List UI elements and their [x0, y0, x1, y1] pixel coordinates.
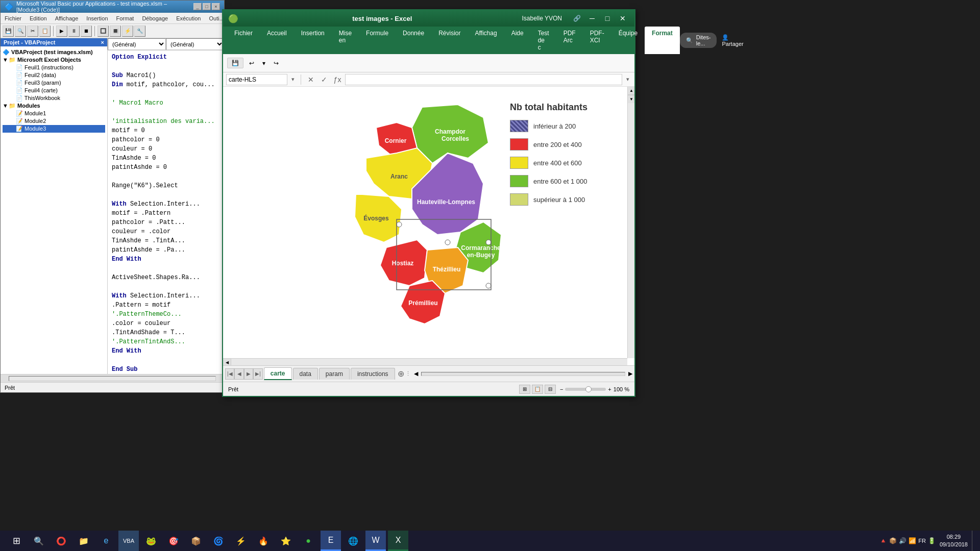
taskbar-icon-app8[interactable]: ●: [298, 531, 318, 551]
taskbar-dropbox-icon[interactable]: 📦: [889, 537, 897, 544]
zoom-thumb[interactable]: [585, 386, 592, 392]
vscroll-up-btn[interactable]: ▲: [628, 87, 634, 95]
hscroll-left-btn[interactable]: ◀: [223, 359, 231, 365]
selection-handle-2[interactable]: [445, 240, 450, 245]
vba-toolbar-pause[interactable]: ⏸: [68, 26, 80, 37]
tree-module3[interactable]: 📝 Module3: [3, 125, 105, 133]
tab-equipe[interactable]: Équipe: [611, 27, 645, 54]
tab-format[interactable]: Format: [645, 27, 680, 54]
sheet-nav-last[interactable]: ▶|: [253, 368, 262, 380]
tree-module1[interactable]: 📝 Module1: [3, 110, 105, 117]
tab-affichage[interactable]: Affichag: [468, 27, 504, 54]
vba-toolbar-btn8[interactable]: 🔧: [134, 26, 145, 37]
hscroll-sheet-left[interactable]: ◀: [414, 370, 418, 377]
tree-modules[interactable]: ▼📁 Modules: [3, 102, 105, 110]
vba-toolbar-btn7[interactable]: ⚡: [122, 26, 133, 37]
tab-donnee[interactable]: Donnée: [396, 27, 431, 54]
vba-menu-affichage[interactable]: Affichage: [51, 14, 83, 22]
excel-help-btn[interactable]: 🔗: [570, 13, 583, 24]
vba-toolbar-stop[interactable]: ⏹: [81, 26, 92, 37]
show-desktop-btn[interactable]: [972, 531, 976, 551]
tab-formule[interactable]: Formule: [359, 27, 396, 54]
start-button[interactable]: ⊞: [4, 531, 29, 551]
tree-feuil3[interactable]: 📄 Feuil3 (param): [3, 79, 105, 87]
selection-handle-1[interactable]: [397, 222, 402, 227]
taskbar-icon-explorer[interactable]: 📁: [74, 531, 94, 551]
tree-feuil1[interactable]: 📄 Feuil1 (instructions): [3, 64, 105, 71]
taskbar-icon-vba[interactable]: VBA: [118, 531, 139, 551]
vscroll-down-btn[interactable]: ▼: [628, 95, 634, 103]
taskbar-network-icon[interactable]: 🔺: [879, 537, 887, 544]
taskbar-icon-app3[interactable]: 📦: [186, 531, 206, 551]
formula-expand-btn[interactable]: ▾: [624, 76, 631, 83]
tab-pdfarcpdf[interactable]: PDF Arc: [556, 27, 583, 54]
vba-close-btn[interactable]: ×: [212, 3, 220, 10]
tree-thisworkbook[interactable]: 📄 ThisWorkbook: [3, 94, 105, 102]
vba-minimize-btn[interactable]: _: [193, 3, 202, 10]
vba-maximize-btn[interactable]: □: [203, 3, 211, 10]
tab-aide[interactable]: Aide: [504, 27, 531, 54]
sheet-hscroll-bar[interactable]: [421, 372, 625, 376]
excel-search-box[interactable]: 🔍 Dites-le...: [680, 33, 717, 48]
vba-toolbar-btn4[interactable]: 📋: [39, 26, 51, 37]
taskbar-battery-icon[interactable]: 🔋: [928, 537, 936, 544]
vba-menu-insertion[interactable]: Insertion: [82, 14, 112, 22]
tab-fichier[interactable]: Fichier: [227, 27, 260, 54]
vba-toolbar-btn3[interactable]: ✂: [27, 26, 38, 37]
sheet-tab-data[interactable]: data: [293, 368, 318, 380]
sheet-add-btn[interactable]: ⊕: [397, 368, 405, 380]
vba-code-body[interactable]: Option Explicit Sub Macro1() Dim motif, …: [108, 51, 224, 374]
vba-project-close[interactable]: ×: [101, 39, 104, 45]
excel-namebox[interactable]: [226, 74, 287, 85]
formula-insert-btn[interactable]: ƒx: [332, 74, 343, 85]
vba-menu-fichier[interactable]: Fichier: [1, 14, 26, 22]
selection-handle-4[interactable]: [486, 283, 491, 288]
share-btn[interactable]: 👤 Partager: [722, 34, 743, 47]
vba-menu-format[interactable]: Format: [112, 14, 138, 22]
formula-cancel-btn[interactable]: ✕: [305, 74, 316, 85]
taskbar-icon-app7[interactable]: ⭐: [276, 531, 296, 551]
ribbon-save-btn[interactable]: 💾: [227, 58, 243, 68]
taskbar-icon-app6[interactable]: 🔥: [253, 531, 274, 551]
taskbar-icon-cortana[interactable]: ⭕: [51, 531, 71, 551]
excel-close-btn[interactable]: ✕: [616, 13, 629, 24]
tab-insertion[interactable]: Insertion: [294, 27, 332, 54]
selection-handle-3[interactable]: [486, 240, 491, 245]
tab-testde[interactable]: Test de c: [531, 27, 556, 54]
tab-miseen[interactable]: Mise en: [332, 27, 359, 54]
sheet-nav-next[interactable]: ▶: [244, 368, 253, 380]
page-layout-btn[interactable]: 📋: [532, 385, 543, 394]
zoom-slider[interactable]: [565, 388, 606, 391]
taskbar-icon-app2[interactable]: 🎯: [163, 531, 184, 551]
taskbar-keyboard-icon[interactable]: FR: [918, 538, 926, 544]
tab-revision[interactable]: Révisior: [431, 27, 468, 54]
map-svg[interactable]: Champdor Corcelles Cornier Aranc Hautevi…: [300, 97, 504, 352]
page-break-btn[interactable]: ⊟: [545, 385, 556, 394]
taskbar-icon-edge[interactable]: e: [96, 531, 116, 551]
sheet-tab-instructions[interactable]: instructions: [351, 368, 395, 380]
vba-toolbar-btn5[interactable]: 🔲: [97, 26, 109, 37]
tab-pdfxci[interactable]: PDF-XCI: [583, 27, 611, 54]
taskbar-network2-icon[interactable]: 📶: [909, 537, 916, 544]
sheet-tab-param[interactable]: param: [319, 368, 350, 380]
tab-accueil[interactable]: Accueil: [260, 27, 294, 54]
sheet-tab-carte[interactable]: carte: [264, 367, 292, 380]
excel-hscrollbar[interactable]: ◀ ▶: [223, 358, 627, 365]
taskbar-icon-app5[interactable]: ⚡: [231, 531, 251, 551]
taskbar-icon-app4[interactable]: 🌀: [208, 531, 229, 551]
taskbar-icon-word[interactable]: W: [365, 531, 386, 551]
normal-view-btn[interactable]: ⊞: [519, 385, 530, 394]
vba-toolbar-run[interactable]: ▶: [56, 26, 67, 37]
taskbar-icon-chrome[interactable]: 🌐: [343, 531, 363, 551]
excel-minimize-btn[interactable]: ─: [585, 13, 599, 24]
vba-menu-debogage[interactable]: Débogage: [138, 14, 172, 22]
zoom-in-icon[interactable]: +: [608, 386, 611, 392]
excel-vscrollbar[interactable]: ▲ ▼: [627, 87, 634, 358]
ribbon-undo-btn[interactable]: ↩: [247, 58, 257, 68]
vba-toolbar-btn2[interactable]: 🔍: [15, 26, 26, 37]
tree-excel-objects[interactable]: ▼📁 Microsoft Excel Objects: [3, 56, 105, 64]
ribbon-redo-btn[interactable]: ↪: [271, 58, 281, 68]
vba-procedure-selector[interactable]: (Général): [166, 38, 224, 50]
sheet-nav-first[interactable]: |◀: [225, 368, 234, 380]
vba-toolbar-btn6[interactable]: 🔳: [110, 26, 121, 37]
